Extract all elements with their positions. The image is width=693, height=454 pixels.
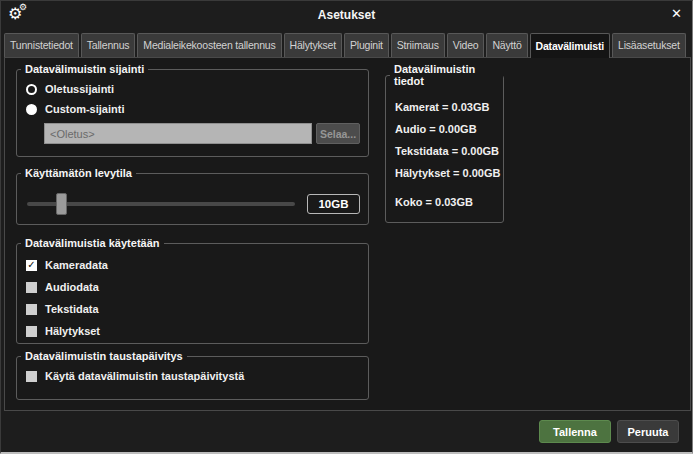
checkbox-halytykset-label: Hälytykset <box>45 325 100 337</box>
tab-video[interactable]: Video <box>447 33 485 57</box>
checkbox-audiodata[interactable] <box>26 282 37 293</box>
checkbox-row-taustapaivitys[interactable]: Käytä datavälimuistin taustapäivitystä <box>26 370 368 382</box>
slider-track[interactable] <box>27 202 295 206</box>
radio-custom-sijainti-label: Custom-sijainti <box>45 103 124 115</box>
tab-halytykset[interactable]: Hälytykset <box>284 33 342 57</box>
group-unused-disk-space: Käyttämätön levytila 10GB <box>16 167 369 225</box>
checkbox-kameradata[interactable] <box>26 260 37 271</box>
group-cache-used-for-title: Datavälimuistia käytetään <box>21 237 164 249</box>
group-unused-disk-space-title: Käyttämätön levytila <box>21 167 136 179</box>
cache-usage-checkbox-list: Kameradata Audiodata Tekstidata Hälytyks… <box>26 259 368 337</box>
tab-medialeikekoosteen-tallennus[interactable]: Medialeikekoosteen tallennus <box>137 33 281 57</box>
info-halytykset: Hälytykset = 0.00GB <box>395 167 503 179</box>
disk-space-value: 10GB <box>307 194 360 214</box>
checkbox-taustapaivitys[interactable] <box>26 371 37 382</box>
custom-path-row: Selaa... <box>44 123 360 144</box>
info-tekstidata: Tekstidata = 0.00GB <box>395 145 503 157</box>
checkbox-kameradata-label: Kameradata <box>45 259 108 271</box>
group-cache-info-title: Datavälimuistin tiedot <box>390 63 503 87</box>
radio-row-oletussijainti[interactable]: Oletussijainti <box>26 83 368 95</box>
tab-bar: Tunnistetiedot Tallennus Medialeikekoost… <box>4 30 689 57</box>
tab-datavalimuisti[interactable]: Datavälimuisti <box>530 33 610 58</box>
tab-tallennus[interactable]: Tallennus <box>81 33 136 57</box>
group-cache-location: Datavälimuistin sijainti Oletussijainti … <box>16 63 369 157</box>
browse-button[interactable]: Selaa... <box>316 123 360 144</box>
radio-custom-sijainti[interactable] <box>26 104 37 115</box>
checkbox-row-audiodata[interactable]: Audiodata <box>26 281 368 293</box>
info-audio: Audio = 0.00GB <box>395 123 503 135</box>
checkbox-tekstidata[interactable] <box>26 304 37 315</box>
settings-dialog: ⚙ ⚙ Asetukset ✕ Tunnistetiedot Tallennus… <box>0 0 693 454</box>
titlebar: ⚙ ⚙ Asetukset ✕ <box>1 1 692 29</box>
tab-lisaasetukset[interactable]: Lisäasetukset <box>612 33 686 57</box>
group-cache-location-title: Datavälimuistin sijainti <box>21 63 148 75</box>
checkbox-row-kameradata[interactable]: Kameradata <box>26 259 368 271</box>
disk-space-slider-row: 10GB <box>27 193 360 215</box>
checkbox-tekstidata-label: Tekstidata <box>45 303 99 315</box>
radio-row-custom-sijainti[interactable]: Custom-sijainti <box>26 103 368 115</box>
close-icon[interactable]: ✕ <box>671 7 682 21</box>
info-kamerat: Kamerat = 0.03GB <box>395 101 503 113</box>
checkbox-taustapaivitys-label: Käytä datavälimuistin taustapäivitystä <box>45 370 244 382</box>
info-koko: Koko = 0.03GB <box>395 196 503 208</box>
group-cache-background-update: Datavälimuistin taustapäivitys Käytä dat… <box>16 350 369 400</box>
tab-naytto[interactable]: Näyttö <box>486 33 527 57</box>
checkbox-row-halytykset[interactable]: Hälytykset <box>26 325 368 337</box>
radio-oletussijainti-label: Oletussijainti <box>45 83 114 95</box>
checkbox-halytykset[interactable] <box>26 326 37 337</box>
checkbox-row-tekstidata[interactable]: Tekstidata <box>26 303 368 315</box>
tab-page-datavalimuisti: Datavälimuistin sijainti Oletussijainti … <box>4 57 691 411</box>
cancel-button[interactable]: Peruuta <box>617 420 679 443</box>
save-button[interactable]: Tallenna <box>539 420 611 443</box>
tab-pluginit[interactable]: Pluginit <box>344 33 389 57</box>
radio-oletussijainti[interactable] <box>26 84 37 95</box>
window-title: Asetukset <box>1 8 692 22</box>
group-cache-background-update-title: Datavälimuistin taustapäivitys <box>21 350 187 362</box>
group-cache-used-for: Datavälimuistia käytetään Kameradata Aud… <box>16 237 369 344</box>
slider-thumb[interactable] <box>56 193 67 215</box>
custom-path-input[interactable] <box>44 123 312 144</box>
disk-space-slider[interactable] <box>27 193 295 215</box>
tab-tunnistetiedot[interactable]: Tunnistetiedot <box>4 33 79 57</box>
checkbox-audiodata-label: Audiodata <box>45 281 99 293</box>
group-cache-info: Datavälimuistin tiedot Kamerat = 0.03GB … <box>385 63 504 223</box>
tab-striimaus[interactable]: Striimaus <box>391 33 445 57</box>
